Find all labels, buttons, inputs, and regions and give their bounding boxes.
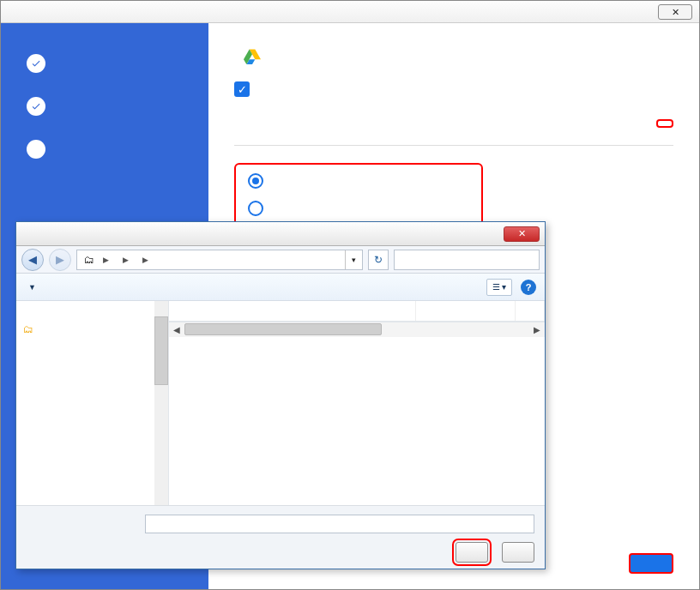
- tree-scrollbar[interactable]: [154, 301, 168, 505]
- change-button[interactable]: [656, 119, 673, 128]
- sidebar-item-signin[interactable]: [1, 42, 208, 85]
- col-type[interactable]: [516, 301, 545, 321]
- radio-icon: [248, 201, 263, 216]
- file-list: ◀ ▶: [169, 301, 545, 505]
- check-icon: [27, 54, 45, 73]
- radio-icon: [248, 173, 263, 189]
- radio-sync-everything[interactable]: [248, 173, 469, 189]
- scroll-left-icon[interactable]: ◀: [169, 325, 184, 334]
- select-folder-button[interactable]: [456, 542, 488, 563]
- col-name[interactable]: [169, 301, 416, 321]
- folder-name-input[interactable]: [145, 515, 534, 533]
- organize-menu[interactable]: ▼: [25, 283, 36, 292]
- close-button[interactable]: ✕: [658, 4, 692, 20]
- col-date[interactable]: [416, 301, 516, 321]
- check-icon: [27, 97, 45, 116]
- dialog-navbar: ◀ ▶ 🗂 ▶ ▶ ▶ ▾ ↻: [16, 246, 545, 274]
- breadcrumb-segment[interactable]: [130, 250, 141, 269]
- scroll-right-icon[interactable]: ▶: [529, 325, 545, 334]
- scrollbar-thumb[interactable]: [154, 316, 168, 385]
- chevron-right-icon: ▶: [101, 256, 111, 264]
- refresh-button[interactable]: ↻: [368, 250, 389, 270]
- help-button[interactable]: ?: [521, 280, 536, 295]
- breadcrumb[interactable]: 🗂 ▶ ▶ ▶ ▾: [76, 250, 363, 270]
- dialog-title-bar: ✕: [16, 222, 545, 246]
- chevron-down-icon: ▼: [28, 283, 36, 292]
- divider: [234, 145, 673, 146]
- libraries-icon: 🗂: [23, 323, 33, 335]
- breadcrumb-dropdown[interactable]: ▾: [345, 250, 362, 269]
- nav-forward-button[interactable]: ▶: [49, 249, 71, 271]
- start-button[interactable]: [629, 553, 673, 574]
- scrollbar-thumb[interactable]: [184, 323, 382, 335]
- libraries-icon: 🗂: [82, 253, 96, 267]
- breadcrumb-segment[interactable]: [111, 250, 121, 269]
- dialog-footer: [16, 505, 545, 569]
- page-title: [234, 47, 673, 64]
- tree-libraries[interactable]: 🗂: [20, 322, 168, 337]
- title-bar: ✕: [1, 1, 699, 23]
- drive-logo-icon: [243, 47, 262, 64]
- sidebar-item-mycomputer[interactable]: [1, 85, 208, 128]
- cancel-button[interactable]: [502, 542, 534, 563]
- directory-chooser-dialog: ✕ ◀ ▶ 🗂 ▶ ▶ ▶ ▾ ↻ ▼ ☰ ▾ ?: [15, 221, 546, 569]
- step-number-badge: [27, 140, 45, 159]
- horizontal-scrollbar[interactable]: ◀ ▶: [169, 322, 545, 337]
- sync-option-callout-box: [234, 163, 483, 226]
- dialog-toolbar: ▼ ☰ ▾ ?: [16, 274, 545, 301]
- view-mode-button[interactable]: ☰ ▾: [486, 279, 512, 296]
- chevron-right-icon: ▶: [141, 256, 150, 264]
- radio-sync-selected[interactable]: [248, 201, 469, 216]
- chevron-right-icon: ▶: [121, 256, 130, 264]
- sidebar-item-gdrive[interactable]: [1, 128, 208, 171]
- nav-back-button[interactable]: ◀: [21, 249, 44, 271]
- list-header[interactable]: [169, 301, 545, 322]
- nav-tree: 🗂: [16, 301, 169, 505]
- sync-checkbox[interactable]: ✓: [234, 81, 250, 97]
- dialog-close-button[interactable]: ✕: [504, 226, 540, 242]
- search-input[interactable]: [394, 250, 540, 270]
